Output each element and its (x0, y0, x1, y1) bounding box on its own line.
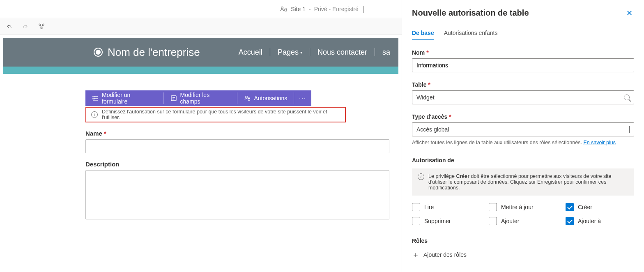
chevron-down-icon (629, 126, 630, 133)
add-roles-button[interactable]: ＋ Ajouter des rôles (412, 250, 634, 260)
svg-point-0 (281, 7, 283, 9)
checkbox-box (412, 203, 420, 211)
plus-icon: ＋ (412, 250, 419, 260)
panel-name-field: Nom * (412, 49, 634, 72)
checkbox-label: Ajouter à (578, 218, 601, 224)
site-banner: Nom de l'entreprise Accueil Pages ▾ Nous… (3, 38, 398, 67)
panel-access-type-field: Type d'accès * Accès global Afficher tou… (412, 113, 634, 145)
svg-point-2 (39, 24, 41, 25)
edit-fields-label: Modifier les champs (180, 92, 231, 105)
svg-rect-7 (171, 96, 176, 101)
nav-sa[interactable]: sa (382, 48, 390, 57)
site-status-label: Privé - Enregistré (314, 6, 359, 12)
checkbox-box-checked (566, 203, 574, 211)
name-field-label: Name (85, 130, 102, 137)
checkbox-update[interactable]: Mettre à jour (489, 203, 557, 211)
site-logo: Nom de l'entreprise (94, 46, 200, 59)
nav-pages-label: Pages (278, 48, 299, 57)
access-type-hint: Afficher toutes les lignes de la table a… (412, 140, 634, 145)
required-asterisk: * (104, 130, 106, 137)
access-type-select[interactable]: Accès global (412, 122, 634, 136)
required-asterisk: * (449, 113, 451, 120)
warning-text: Définissez l'autorisation sur ce formula… (102, 109, 340, 120)
checkbox-box (489, 203, 497, 211)
logo-icon (94, 48, 103, 57)
panel-title: Nouvelle autorisation de table (412, 8, 529, 18)
access-type-value: Accès global (416, 126, 449, 133)
checkbox-box-checked (566, 217, 574, 225)
name-field-input[interactable] (85, 139, 389, 153)
info-text-bold: Créer (456, 173, 469, 179)
close-panel-button[interactable]: ✕ (624, 8, 634, 18)
chevron-down-icon (363, 6, 364, 12)
create-privilege-info: Le privilège Créer doit être sélectionné… (412, 168, 634, 196)
name-label: Nom (412, 49, 425, 56)
checkbox-create[interactable]: Créer (566, 203, 634, 211)
permissions-button[interactable]: Autorisations (237, 90, 294, 106)
required-asterisk: * (426, 49, 428, 56)
svg-point-8 (246, 96, 248, 98)
form-fields-area: Name * Description (85, 130, 398, 221)
svg-point-4 (41, 27, 42, 29)
field-name: Name * (85, 130, 398, 153)
info-icon (91, 111, 98, 118)
close-icon: ✕ (626, 9, 632, 18)
table-value: Widget (416, 94, 435, 101)
checkbox-box (412, 217, 420, 225)
checkbox-label: Supprimer (424, 218, 451, 224)
table-label: Table (412, 81, 427, 88)
more-button[interactable]: ··· (294, 90, 311, 106)
undo-button[interactable] (5, 22, 13, 30)
info-text-1: Le privilège (428, 173, 456, 179)
permission-name-input[interactable] (412, 58, 634, 72)
permission-warning-bar: Définissez l'autorisation sur ce formula… (85, 107, 346, 122)
info-icon (418, 173, 424, 180)
roles-section-title: Rôles (412, 237, 634, 244)
tab-child-permissions[interactable]: Autorisations enfants (444, 30, 498, 40)
panel-tabs: De base Autorisations enfants (412, 30, 634, 40)
redo-button[interactable] (21, 22, 30, 30)
nav-contact[interactable]: Nous contacter (317, 48, 367, 57)
company-name: Nom de l'entreprise (108, 46, 200, 59)
permissions-label: Autorisations (254, 95, 287, 101)
table-lookup-input[interactable]: Widget (412, 90, 634, 104)
caret-down-icon: ▾ (300, 50, 302, 55)
checkbox-add[interactable]: Ajouter (489, 217, 557, 225)
edit-form-button[interactable]: Modifier un formulaire (85, 90, 163, 106)
tab-basic[interactable]: De base (412, 30, 434, 40)
people-lock-icon (280, 6, 288, 12)
site-nav: Accueil Pages ▾ Nous contacter sa (239, 48, 390, 57)
site-name-label: Site 1 (291, 6, 306, 12)
checkbox-read[interactable]: Lire (412, 203, 481, 211)
nav-pages[interactable]: Pages ▾ (278, 48, 302, 57)
checkbox-label: Mettre à jour (501, 204, 534, 210)
svg-rect-6 (93, 98, 94, 99)
access-type-label: Type d'accès (412, 113, 447, 120)
search-icon (624, 95, 630, 100)
lock-icon (244, 95, 251, 101)
checkbox-delete[interactable]: Supprimer (412, 217, 481, 225)
required-asterisk: * (428, 81, 430, 88)
svg-rect-5 (93, 96, 94, 97)
components-button[interactable] (38, 22, 46, 30)
checkbox-label: Créer (578, 204, 592, 210)
authorization-section-title: Autorisation de (412, 157, 634, 164)
form-icon (92, 95, 99, 101)
more-icon: ··· (299, 95, 306, 101)
svg-rect-9 (248, 99, 250, 100)
learn-more-link[interactable]: En savoir plus (583, 140, 616, 145)
description-field-input[interactable] (85, 170, 389, 219)
form-component-toolbar: Modifier un formulaire Modifier les cham… (85, 90, 311, 106)
edit-fields-button[interactable]: Modifier les champs (164, 90, 237, 106)
checkbox-label: Ajouter (501, 218, 519, 224)
nav-home[interactable]: Accueil (239, 48, 262, 57)
privilege-checkboxes: Lire Mettre à jour Créer Supprimer Ajout… (412, 203, 634, 225)
checkbox-addto[interactable]: Ajouter à (566, 217, 634, 225)
svg-point-3 (42, 24, 44, 25)
design-canvas: Nom de l'entreprise Accueil Pages ▾ Nous… (0, 35, 402, 272)
description-field-label: Description (85, 161, 120, 168)
edit-form-label: Modifier un formulaire (102, 92, 157, 105)
checkbox-label: Lire (424, 204, 434, 210)
site-selector[interactable]: Site 1 - Privé - Enregistré (280, 6, 364, 12)
fields-icon (170, 95, 177, 101)
